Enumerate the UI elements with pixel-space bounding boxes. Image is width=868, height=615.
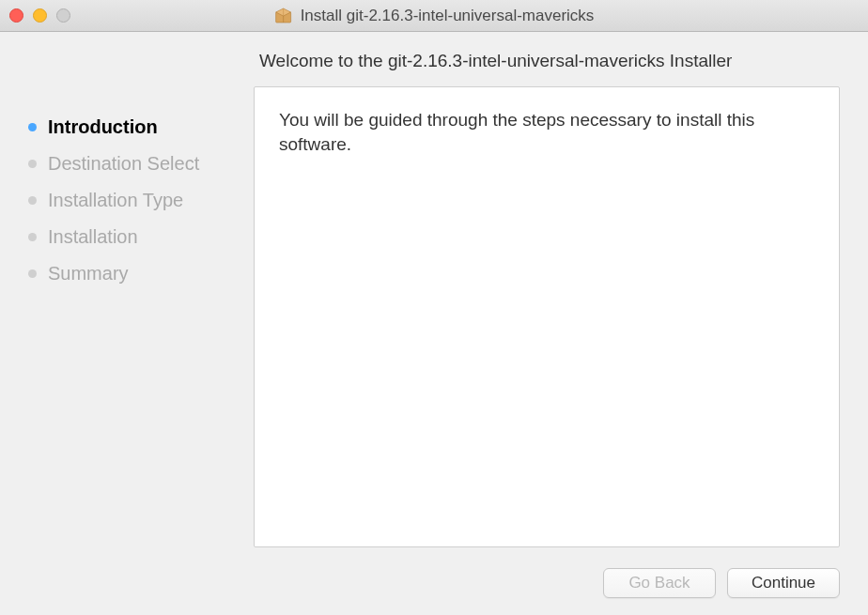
step-summary: Summary bbox=[28, 263, 254, 284]
sidebar: Introduction Destination Select Installa… bbox=[0, 32, 254, 559]
step-bullet-icon bbox=[28, 196, 37, 205]
continue-button[interactable]: Continue bbox=[727, 568, 840, 598]
zoom-window-button bbox=[56, 8, 70, 23]
titlebar: Install git-2.16.3-intel-universal-maver… bbox=[0, 0, 868, 32]
step-list: Introduction Destination Select Installa… bbox=[28, 116, 254, 284]
close-window-button[interactable] bbox=[9, 8, 23, 23]
step-installation-type: Installation Type bbox=[28, 190, 254, 211]
content-box: You will be guided through the steps nec… bbox=[254, 86, 840, 547]
content-area: Introduction Destination Select Installa… bbox=[0, 32, 868, 615]
step-introduction: Introduction bbox=[28, 116, 254, 138]
go-back-button: Go Back bbox=[603, 568, 716, 598]
title-center: Install git-2.16.3-intel-universal-maver… bbox=[274, 7, 595, 25]
window-title: Install git-2.16.3-intel-universal-maver… bbox=[301, 7, 595, 25]
main-row: Introduction Destination Select Installa… bbox=[0, 32, 868, 559]
step-bullet-icon bbox=[28, 160, 37, 168]
minimize-window-button[interactable] bbox=[33, 8, 47, 23]
welcome-heading: Welcome to the git-2.16.3-intel-universa… bbox=[259, 51, 840, 71]
step-bullet-icon bbox=[28, 269, 37, 278]
step-installation: Installation bbox=[28, 226, 254, 248]
content-text: You will be guided through the steps nec… bbox=[279, 108, 814, 156]
main-panel: Welcome to the git-2.16.3-intel-universa… bbox=[254, 32, 868, 559]
traffic-lights bbox=[9, 8, 70, 23]
button-row: Go Back Continue bbox=[0, 559, 868, 615]
step-label: Destination Select bbox=[48, 153, 199, 175]
step-bullet-icon bbox=[28, 233, 37, 241]
step-destination-select: Destination Select bbox=[28, 153, 254, 175]
step-label: Installation Type bbox=[48, 190, 183, 211]
step-label: Installation bbox=[48, 226, 138, 248]
installer-window: Install git-2.16.3-intel-universal-maver… bbox=[0, 0, 868, 615]
step-label: Introduction bbox=[48, 116, 158, 138]
package-icon bbox=[274, 7, 293, 25]
step-bullet-icon bbox=[28, 123, 37, 131]
step-label: Summary bbox=[48, 263, 129, 284]
